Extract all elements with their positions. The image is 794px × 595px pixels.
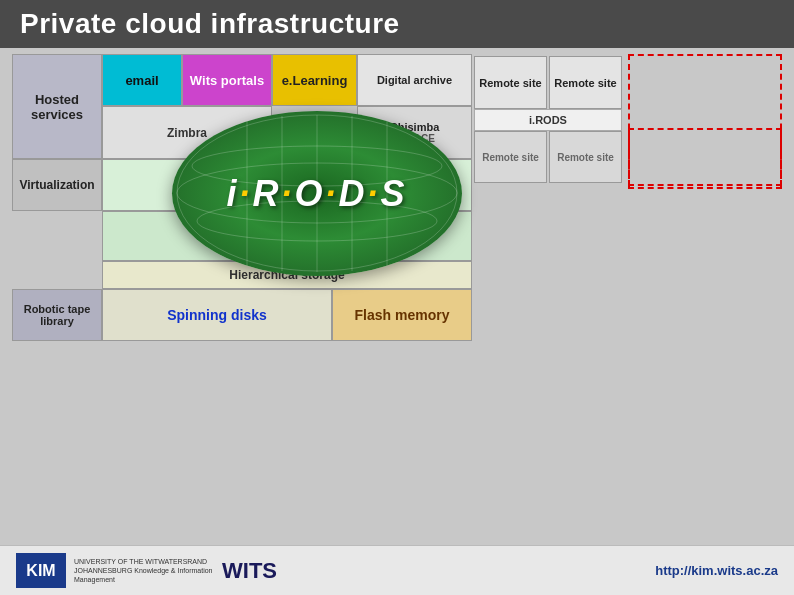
kim-logo: KIM bbox=[16, 553, 66, 588]
remote-site-3-cell: Remote site bbox=[474, 131, 547, 183]
kim-label: KIM bbox=[26, 562, 55, 580]
remote-dashed-border-top bbox=[628, 54, 782, 189]
irods-globe: i·R·O·D·S bbox=[172, 111, 462, 276]
robotic-tape-label: Robotic tape library bbox=[13, 303, 101, 327]
university-text: UNIVERSITY OF THE WITWATERSRAND JOHANNES… bbox=[74, 557, 214, 584]
hosted-services-label: Hosted services bbox=[13, 92, 101, 122]
wits-portals-cell: Wits portals bbox=[182, 54, 272, 106]
wits-logo: WITS bbox=[222, 558, 277, 584]
remote-dashed-border-lower bbox=[628, 128, 782, 186]
spinning-disks-cell: Spinning disks bbox=[102, 289, 332, 341]
irods-text-label: i.RODS bbox=[529, 114, 567, 126]
remote-site-2-label: Remote site bbox=[554, 77, 616, 89]
elearning-cell: e.Learning bbox=[272, 54, 357, 106]
elearning-label: e.Learning bbox=[282, 73, 348, 88]
remote-site-3-label: Remote site bbox=[482, 152, 539, 163]
virtualization-label: Virtualization bbox=[19, 178, 94, 192]
remote-site-1-label: Remote site bbox=[479, 77, 541, 89]
irods-logo-overlay: i·R·O·D·S bbox=[162, 106, 472, 281]
remote-site-2-cell: Remote site bbox=[549, 56, 622, 109]
digital-archive-label: Digital archive bbox=[377, 74, 452, 86]
robotic-tape-cell: Robotic tape library bbox=[12, 289, 102, 341]
irods-logo-text: i·R·O·D·S bbox=[226, 173, 407, 215]
wits-label: WITS bbox=[222, 558, 277, 583]
flash-memory-label: Flash memory bbox=[355, 307, 450, 323]
hosted-services-cell: Hosted services bbox=[12, 54, 102, 159]
footer-left: KIM UNIVERSITY OF THE WITWATERSRAND JOHA… bbox=[16, 553, 277, 588]
page-title: Private cloud infrastructure bbox=[0, 0, 794, 48]
virtualization-cell: Virtualization bbox=[12, 159, 102, 211]
remote-site-4-cell: Remote site bbox=[549, 131, 622, 183]
irods-label-cell: i.RODS bbox=[474, 109, 622, 131]
infrastructure-diagram: Hosted services email Wits portals e.Lea… bbox=[12, 54, 782, 514]
footer: KIM UNIVERSITY OF THE WITWATERSRAND JOHA… bbox=[0, 545, 794, 595]
wits-portals-label: Wits portals bbox=[190, 73, 264, 88]
spinning-disks-label: Spinning disks bbox=[167, 307, 267, 323]
email-label: email bbox=[125, 73, 158, 88]
remote-site-1-cell: Remote site bbox=[474, 56, 547, 109]
remote-site-4-label: Remote site bbox=[557, 152, 614, 163]
flash-memory-cell: Flash memory bbox=[332, 289, 472, 341]
digital-archive-cell: Digital archive bbox=[357, 54, 472, 106]
email-cell: email bbox=[102, 54, 182, 106]
footer-url: http://kim.wits.ac.za bbox=[655, 563, 778, 578]
